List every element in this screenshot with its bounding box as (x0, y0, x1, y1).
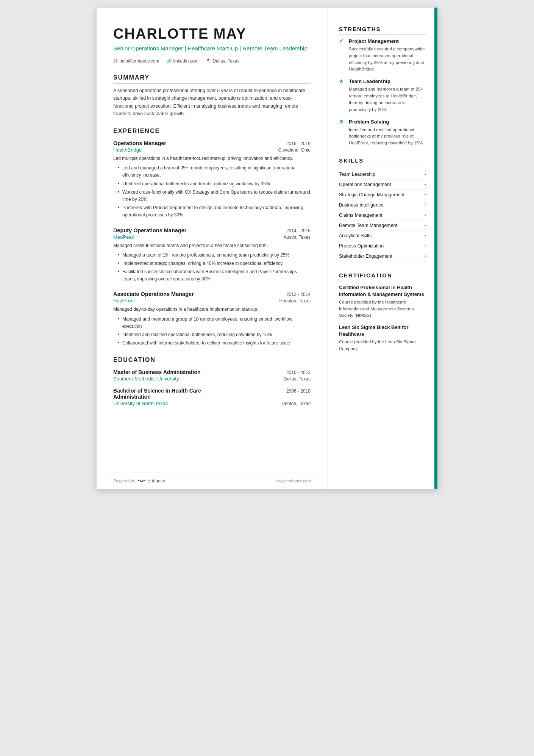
job-location: Austin, Texas (284, 235, 311, 240)
edu-degree: Bachelor of Science in Health Care Admin… (113, 388, 227, 400)
skill-dot: · (425, 191, 426, 198)
skill-name: Team Leadership (339, 172, 375, 177)
edu-item: Master of Business Administration 2010 -… (113, 369, 311, 382)
job-description: Managed day-to-day operations in a healt… (113, 306, 311, 313)
edu-school: Southern Methodist University (113, 376, 179, 382)
job-title: Deputy Operations Manager (113, 227, 186, 233)
cert-item: Lean Six Sigma Black Belt for Healthcare… (339, 324, 426, 352)
skill-dot: · (425, 171, 426, 178)
bullet-item: Collaborated with internal stakeholders … (119, 340, 311, 347)
strength-icon: ⚙ (339, 119, 346, 125)
skill-name: Operations Management (339, 182, 391, 187)
skill-dot: · (425, 181, 426, 188)
bullet-item: Partnered with Product department to des… (119, 204, 311, 219)
skill-item: Process Optimization · (339, 241, 426, 251)
cert-description: Course provided by the Healthcare Inform… (339, 299, 426, 319)
skill-dot: · (425, 253, 426, 260)
skill-name: Claims Management (339, 213, 383, 218)
strength-item: ✔ Project Management Successfully execut… (339, 38, 426, 73)
linkedin-icon: 🔗 (166, 58, 172, 64)
jobs-container: Operations Manager 2016 - 2019 HealthBri… (113, 140, 311, 347)
logo-icon (137, 478, 146, 484)
strength-description: Managed and mentored a team of 25+ remot… (339, 86, 426, 113)
skill-dot: · (425, 212, 426, 219)
bullet-item: Facilitated successful collaborations wi… (119, 268, 311, 283)
email-text: help@enhancv.com (119, 58, 159, 64)
edu-dates: 2006 - 2010 (286, 388, 311, 394)
strength-icon: ✔ (339, 38, 346, 44)
job-location: Houston, Texas (279, 298, 311, 304)
bullet-item: Led and managed a team of 25+ remote emp… (119, 164, 311, 179)
job-company: HealFront (113, 298, 135, 304)
job-location: Cleveland, Ohio (278, 147, 311, 153)
cert-description: Course provided by the Lean Six Sigma Co… (339, 339, 426, 352)
job-dates: 2016 - 2019 (286, 141, 311, 146)
skill-name: Strategic Change Management (339, 192, 404, 197)
edu-container: Master of Business Administration 2010 -… (113, 369, 311, 406)
location-icon: 📍 (205, 58, 211, 64)
education-section: EDUCATION Master of Business Administrat… (113, 357, 311, 406)
strengths-title: STRENGTHS (339, 26, 426, 35)
experience-title: EXPERIENCE (113, 128, 311, 137)
left-column: CHARLOTTE MAY Senior Operations Manager … (97, 8, 328, 489)
bullet-item: Implemented strategic changes, driving a… (119, 260, 311, 267)
strength-title: Project Management (349, 38, 399, 44)
candidate-name: CHARLOTTE MAY (113, 26, 311, 42)
edu-location: Dallas, Texas (284, 376, 311, 382)
job-item: Associate Operations Manager 2012 - 2014… (113, 291, 311, 347)
job-title: Associate Operations Manager (113, 291, 194, 297)
header: CHARLOTTE MAY Senior Operations Manager … (113, 26, 311, 64)
bullet-item: Managed and mentored a group of 10 remot… (119, 316, 311, 330)
edu-location: Denton, Texas (282, 401, 311, 406)
skills-title: SKILLS (339, 157, 426, 166)
skill-name: Remote Team Management (339, 223, 397, 228)
job-bullets: Managed and mentored a group of 10 remot… (113, 316, 311, 347)
job-bullets: Led and managed a team of 25+ remote emp… (113, 164, 311, 219)
cert-container: Certified Professional in Health Informa… (339, 284, 426, 352)
skill-item: Business Intelligence · (339, 200, 426, 210)
strengths-container: ✔ Project Management Successfully execut… (339, 38, 426, 147)
certification-title: CERTIFICATION (339, 272, 426, 281)
skill-dot: · (425, 232, 426, 239)
brand-name: Enhancv (147, 478, 165, 484)
skill-item: Team Leadership · (339, 169, 426, 180)
contact-email: @ help@enhancv.com (113, 58, 159, 64)
bullet-item: Identified operational bottlenecks and t… (119, 180, 311, 188)
job-item: Operations Manager 2016 - 2019 HealthBri… (113, 140, 311, 219)
skill-name: Business Intelligence (339, 202, 383, 208)
bullet-item: Identified and rectified operational bot… (119, 331, 311, 338)
strength-item: ★ Team Leadership Managed and mentored a… (339, 78, 426, 113)
skills-section: SKILLS Team Leadership · Operations Mana… (339, 157, 426, 261)
strength-title: Problem Solving (349, 119, 389, 125)
edu-school: University of North Texas (113, 401, 168, 406)
skill-dot: · (425, 202, 426, 208)
edu-dates: 2010 - 2012 (286, 370, 311, 375)
enhancv-logo: Enhancv (137, 478, 165, 484)
strength-description: Successfully executed a company-wide pro… (339, 46, 426, 73)
job-company: HealthBridge (113, 147, 142, 153)
contact-location: 📍 Dallas, Texas (205, 58, 239, 64)
skill-item: Claims Management · (339, 210, 426, 221)
linkedin-text: linkedin.com (173, 58, 199, 64)
summary-text: A seasoned operations professional offer… (113, 87, 311, 118)
job-description: Managed cross-functional teams and proje… (113, 242, 311, 249)
strengths-section: STRENGTHS ✔ Project Management Successfu… (339, 26, 426, 147)
skill-item: Strategic Change Management · (339, 190, 426, 200)
edu-degree: Master of Business Administration (113, 369, 201, 375)
skill-item: Operations Management · (339, 180, 426, 190)
job-item: Deputy Operations Manager 2014 - 2016 Me… (113, 227, 311, 283)
strength-description: Identified and rectified operational bot… (339, 127, 426, 147)
cert-title: Lean Six Sigma Black Belt for Healthcare (339, 324, 426, 338)
job-description: Led multiple operations in a healthcare-… (113, 155, 311, 162)
contact-linkedin: 🔗 linkedin.com (166, 58, 199, 64)
strength-item: ⚙ Problem Solving Identified and rectifi… (339, 119, 426, 147)
footer: Powered by Enhancv www.enhancv.com (97, 473, 328, 489)
bullet-item: Managed a team of 15+ remote professiona… (119, 252, 311, 259)
right-column: STRENGTHS ✔ Project Management Successfu… (328, 8, 437, 489)
summary-section: SUMMARY A seasoned operations profession… (113, 74, 311, 118)
strength-icon: ★ (339, 78, 346, 85)
job-dates: 2014 - 2016 (286, 228, 311, 233)
footer-left: Powered by Enhancv (113, 478, 165, 484)
job-dates: 2012 - 2014 (286, 292, 311, 297)
skill-name: Stakeholder Engagement (339, 254, 392, 259)
